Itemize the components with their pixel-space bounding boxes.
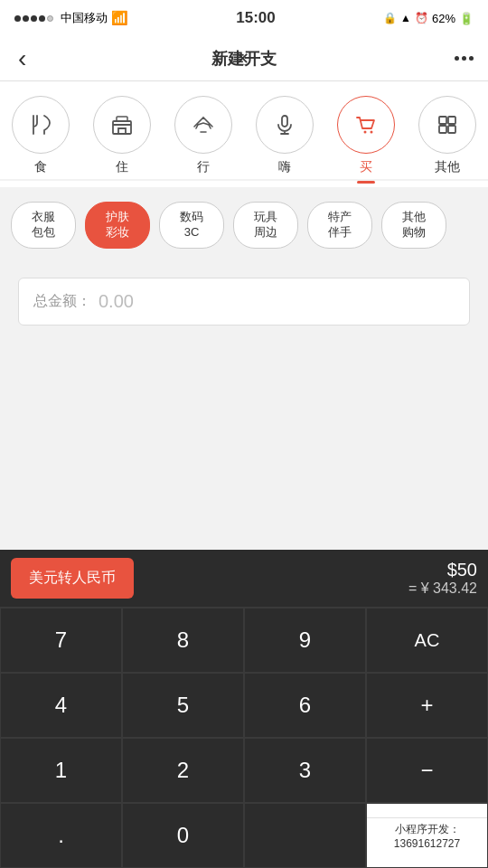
sub-cat-othershop[interactable]: 其他 购物 (381, 202, 446, 249)
amount-section: 总金额： 0.00 (0, 263, 488, 340)
svg-rect-7 (439, 126, 446, 133)
ind-3 (244, 181, 325, 184)
dot-5 (47, 15, 53, 22)
dot-2 (23, 15, 29, 22)
key-dot[interactable]: . (0, 803, 122, 868)
ind-0 (0, 181, 81, 184)
key-ac[interactable]: AC (366, 608, 488, 673)
sub-cat-toys[interactable]: 玩具 周边 (233, 202, 298, 249)
sub-category-bar: 衣服 包包 护肤 彩妆 数码 3C 玩具 周边 特产 伴手 其他 购物 (0, 187, 488, 263)
buy-label: 买 (360, 159, 372, 175)
key-2[interactable]: 2 (122, 738, 244, 803)
category-travel[interactable]: 行 (163, 96, 244, 179)
key-empty-1 (244, 803, 366, 868)
ind-1 (81, 181, 163, 184)
sub-cat-digital[interactable]: 数码 3C (159, 202, 224, 249)
travel-icon-circle (174, 96, 232, 154)
alarm-icon: ⏰ (415, 12, 428, 24)
svg-rect-8 (448, 126, 455, 133)
key-minus[interactable]: − (366, 738, 488, 803)
footer-cell: 小程序开发：13691612727 (366, 803, 488, 868)
carrier-label: 中国移动 (61, 10, 108, 26)
key-3[interactable]: 3 (244, 738, 366, 803)
more-dot-1 (455, 56, 459, 61)
sub-cat-clothes[interactable]: 衣服 包包 (11, 202, 76, 249)
dot-1 (14, 15, 21, 22)
stay-icon-circle (93, 96, 151, 154)
ind-2 (163, 181, 244, 184)
category-other[interactable]: 其他 (407, 96, 488, 179)
food-label: 食 (34, 159, 47, 175)
calculator-section: 美元转人民币 $50 = ¥ 343.42 7 8 9 AC 4 5 6 + 1… (0, 550, 488, 868)
amount-label: 总金额： (33, 292, 91, 311)
footer-label: 小程序开发：13691612727 (367, 817, 487, 854)
category-buy[interactable]: 买 (325, 96, 407, 179)
key-4[interactable]: 4 (0, 673, 122, 738)
stay-label: 住 (116, 159, 128, 175)
key-9[interactable]: 9 (244, 608, 366, 673)
category-fun[interactable]: 嗨 (244, 96, 325, 179)
page-title: 新建开支 (211, 48, 277, 70)
sub-cat-special[interactable]: 特产 伴手 (307, 202, 372, 249)
status-left: 中国移动 📶 (14, 10, 128, 26)
lock-icon: 🔒 (383, 12, 397, 24)
svg-rect-0 (113, 121, 131, 134)
status-time: 15:00 (236, 9, 275, 27)
currency-usd-display: $50 (408, 560, 477, 580)
category-stay[interactable]: 住 (81, 96, 163, 179)
more-button[interactable] (455, 56, 474, 61)
wifi-icon: 📶 (111, 10, 128, 26)
key-0[interactable]: 0 (122, 803, 244, 868)
more-dot-2 (462, 56, 466, 61)
key-plus[interactable]: + (366, 673, 488, 738)
dot-3 (31, 15, 37, 22)
svg-rect-5 (439, 117, 446, 124)
ind-5 (407, 181, 488, 184)
main-category-bar: 食 住 行 嗨 (0, 81, 488, 179)
amount-input-box[interactable]: 总金额： 0.00 (18, 278, 470, 326)
fun-label: 嗨 (278, 159, 291, 175)
more-dot-3 (469, 56, 474, 61)
dot-4 (39, 15, 45, 22)
food-icon-circle (12, 96, 70, 154)
currency-convert-button[interactable]: 美元转人民币 (11, 558, 134, 599)
svg-point-4 (371, 131, 373, 134)
ind-4 (325, 181, 407, 184)
key-6[interactable]: 6 (244, 673, 366, 738)
status-right: 🔒 ▲ ⏰ 62% 🔋 (383, 12, 474, 25)
other-icon-circle (418, 96, 476, 154)
svg-point-3 (364, 131, 367, 134)
travel-label: 行 (197, 159, 210, 175)
svg-rect-2 (282, 116, 287, 127)
back-button[interactable]: ‹ (14, 41, 30, 77)
keypad: 7 8 9 AC 4 5 6 + 1 2 3 − . 0 小程序开发：13691… (0, 608, 488, 868)
key-1[interactable]: 1 (0, 738, 122, 803)
battery-icon: 🔋 (459, 12, 474, 25)
key-7[interactable]: 7 (0, 608, 122, 673)
svg-rect-6 (448, 117, 455, 124)
buy-icon-circle (337, 96, 395, 154)
sub-cat-skincare[interactable]: 护肤 彩妆 (85, 202, 150, 249)
category-indicator-row (0, 181, 488, 187)
other-label: 其他 (435, 159, 460, 175)
battery-label: 62% (432, 12, 455, 25)
currency-cny-display: = ¥ 343.42 (408, 580, 477, 597)
fun-icon-circle (256, 96, 314, 154)
location-icon: ▲ (400, 12, 411, 24)
svg-rect-1 (117, 117, 127, 121)
key-5[interactable]: 5 (122, 673, 244, 738)
status-bar: 中国移动 📶 15:00 🔒 ▲ ⏰ 62% 🔋 (0, 0, 488, 36)
currency-info: $50 = ¥ 343.42 (408, 560, 477, 597)
category-food[interactable]: 食 (0, 96, 81, 179)
signal-dots (14, 15, 53, 22)
key-8[interactable]: 8 (122, 608, 244, 673)
currency-banner: 美元转人民币 $50 = ¥ 343.42 (0, 550, 488, 608)
amount-value: 0.00 (99, 291, 134, 312)
